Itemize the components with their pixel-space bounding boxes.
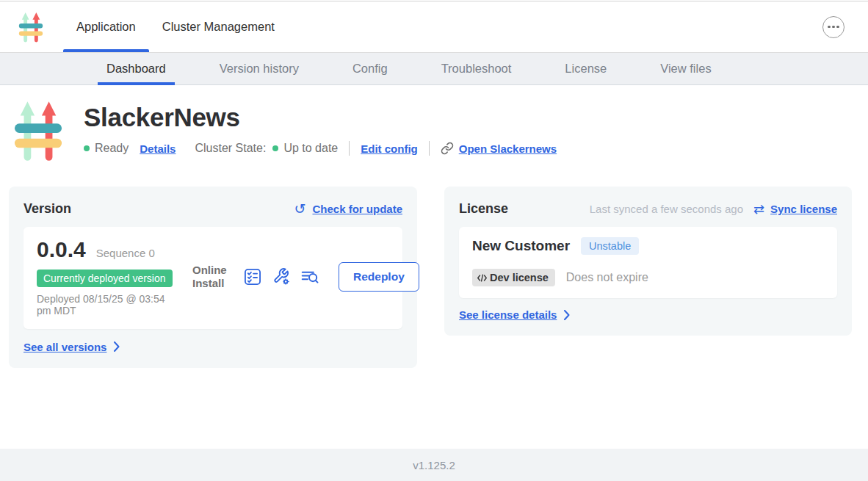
top-navbar: Application Cluster Management [0,1,868,53]
divider [349,141,350,156]
install-type-label: Online Install [192,264,231,291]
file-search-icon [300,267,319,286]
tab-license[interactable]: License [556,53,615,84]
refresh-icon: ↺ [294,202,306,216]
license-panel: New Customer Unstable Dev license Does n… [459,227,837,298]
license-type-label: Dev license [490,272,549,283]
cluster-status-dot [272,145,278,151]
wrench-gear-icon [272,267,291,286]
console-version-label: v1.125.2 [413,459,455,471]
tab-dashboard-label: Dashboard [106,62,166,76]
app-icon [13,97,63,164]
see-license-details-link[interactable]: See license details [459,308,557,321]
ready-status-dot [84,145,90,151]
current-version-panel: 0.0.4 Sequence 0 Currently deployed vers… [23,227,402,329]
more-menu-button[interactable] [822,16,845,38]
cluster-state-label: Cluster State: [195,142,266,155]
footer: v1.125.2 [0,449,868,481]
see-all-versions-link[interactable]: See all versions [23,341,106,353]
version-number: 0.0.4 [37,237,86,262]
version-card-title: Version [23,201,71,217]
customer-name: New Customer [472,238,570,254]
app-status-row: Ready Details Cluster State: Up to date … [84,141,557,156]
checklist-icon [243,267,262,286]
page-title: SlackerNews [84,103,557,132]
channel-badge: Unstable [581,237,639,255]
last-synced-label: Last synced a few seconds ago [590,203,743,215]
tab-troubleshoot[interactable]: Troubleshoot [433,53,521,84]
deployed-status-badge: Currently deployed version [37,270,173,287]
sync-license-link[interactable]: Sync license [770,203,837,215]
divider [429,141,430,156]
details-link[interactable]: Details [140,142,176,155]
license-card: License Last synced a few seconds ago ⇄ … [444,187,852,336]
edit-config-link[interactable]: Edit config [361,142,418,155]
ready-status-label: Ready [95,142,129,155]
tab-version-history[interactable]: Version history [211,53,308,84]
view-logs-button[interactable] [300,267,319,286]
sync-icon: ⇄ [753,203,764,216]
code-icon [477,273,488,283]
preflight-checks-button[interactable] [243,267,262,286]
tab-cluster-management-label: Cluster Management [162,20,275,34]
redeploy-button[interactable]: Redeploy [339,262,419,292]
chevron-right-icon [563,310,570,320]
tab-dashboard[interactable]: Dashboard [98,53,175,84]
license-expiry-label: Does not expire [566,271,648,284]
tab-application-label: Application [76,20,136,34]
open-app-link[interactable]: Open Slackernews [441,142,557,155]
cluster-state-value: Up to date [283,142,338,155]
tab-config[interactable]: Config [344,53,397,84]
app-logo-small [18,1,44,52]
open-app-label: Open Slackernews [459,142,557,155]
check-for-update-link[interactable]: Check for update [312,203,402,215]
tab-view-files[interactable]: View files [651,53,720,84]
tab-application[interactable]: Application [63,1,149,52]
edit-config-button[interactable] [272,267,291,286]
license-type-badge: Dev license [472,269,555,286]
app-header: SlackerNews Ready Details Cluster State:… [0,85,868,164]
tab-cluster-management[interactable]: Cluster Management [149,1,288,52]
ellipsis-icon [828,26,831,29]
sequence-label: Sequence 0 [96,247,155,259]
external-link-icon [441,142,454,155]
chevron-right-icon [113,341,120,352]
license-card-title: License [459,201,508,217]
app-subnav: Dashboard Version history Config Trouble… [0,53,868,85]
deployed-timestamp: Deployed 08/15/25 @ 03:54 pm MDT [37,294,180,317]
dashboard-cards: Version ↺ Check for update 0.0.4 Sequenc… [0,164,868,368]
active-subtab-underline [98,82,175,85]
app-logo-icon [18,10,44,44]
active-tab-underline [63,49,149,52]
version-card: Version ↺ Check for update 0.0.4 Sequenc… [9,187,417,368]
